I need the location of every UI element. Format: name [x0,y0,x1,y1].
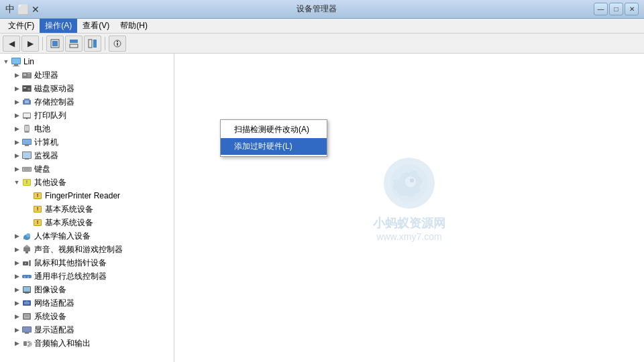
expand-icon[interactable]: ▶ [12,339,21,348]
menu-help[interactable]: 帮助(H) [115,19,153,33]
expand-icon [23,218,32,227]
expand-icon[interactable]: ▼ [12,178,21,187]
list-item[interactable]: ▶ 通用串行总线控制器 [0,269,174,283]
device-icon [21,231,32,241]
toolbar-sep-1 [42,37,43,50]
expand-icon[interactable]: ▶ [12,258,21,267]
item-label: 打印队列 [34,110,66,121]
menu-bar: 文件(F) 操作(A) 查看(V) 帮助(H) [0,19,644,34]
list-item[interactable]: ▶ 鼠标和其他指针设备 [0,256,174,269]
list-item[interactable]: ▶ 电池 [0,122,174,135]
item-label: 基本系统设备 [45,204,93,215]
svg-rect-26 [23,113,30,117]
watermark-text1: 小蚂蚁资源网 [373,215,445,231]
device-icon [21,338,32,349]
svg-rect-62 [22,275,32,278]
root-expand-icon[interactable]: ▼ [1,57,11,66]
expand-icon[interactable]: ▶ [12,111,21,120]
svg-rect-4 [89,40,92,48]
list-item[interactable]: ▶ 监视器 [0,149,174,162]
expand-icon[interactable]: ▶ [12,84,21,93]
expand-icon[interactable]: ▶ [12,285,21,294]
list-item[interactable]: ▶ 显示适配器 [0,323,174,337]
list-item[interactable]: ▶ 键盘 [0,162,174,176]
list-item[interactable]: ▶ 网络适配器 [0,296,174,310]
tree-root[interactable]: ▼ Lin [0,55,174,68]
item-label: 声音、视频和游戏控制器 [34,244,123,255]
list-item[interactable]: ▼ ! 其他设备 [0,176,174,189]
device-icon: ! [32,204,43,215]
device-icon: ! [32,217,43,228]
device-icon [21,324,32,335]
list-item[interactable]: ▶ 音频输入和输出 [0,337,174,350]
svg-rect-8 [117,41,118,42]
svg-rect-36 [25,159,29,160]
list-item[interactable]: ▶ 系统设备 [0,310,174,323]
list-item[interactable]: ▶ 存储控制器 [0,95,174,109]
context-menu-scan[interactable]: 扫描检测硬件改动(A) [221,121,327,138]
expand-icon[interactable]: ▶ [12,124,21,133]
expand-icon[interactable]: ▶ [12,272,21,281]
item-label: FingerPrinter Reader [45,191,120,200]
window-title: 设备管理器 [297,3,337,15]
list-item[interactable]: ▶ 打印队列 [0,109,174,122]
list-item[interactable]: ▶ 图像设备 [0,283,174,296]
expand-icon[interactable]: ▶ [12,231,21,241]
svg-rect-20 [23,87,26,88]
title-bar: 中 ⬜ ✕ 设备管理器 — □ ✕ [0,0,644,19]
list-item[interactable]: ▶ 处理器 [0,68,174,82]
expand-icon[interactable]: ▶ [12,70,21,80]
expand-icon [23,191,32,200]
svg-rect-73 [25,315,29,316]
list-item[interactable]: ! FingerPrinter Reader [0,189,174,202]
forward-button[interactable]: ▶ [21,36,39,52]
main-area: ▼ Lin ▶ 处理器 ▶ 磁盘驱动器 [0,54,644,362]
svg-rect-11 [13,66,19,66]
svg-rect-55 [23,237,24,239]
svg-rect-40 [23,170,30,170]
expand-icon[interactable]: ▶ [12,245,21,254]
minimize-button[interactable]: — [594,3,608,15]
svg-rect-76 [23,327,31,332]
view2-button[interactable] [65,36,83,52]
root-label: Lin [23,57,34,66]
device-icon [21,123,32,134]
svg-rect-5 [93,40,97,48]
maximize-button[interactable]: □ [609,3,623,15]
list-item[interactable]: ▶ 人体学输入设备 [0,229,174,243]
app-icon: 中 [5,3,15,15]
expand-icon[interactable]: ▶ [12,298,21,308]
expand-icon[interactable]: ▶ [12,164,21,174]
list-item[interactable]: ▶ 声音、视频和游戏控制器 [0,243,174,256]
title-bar-left: 中 ⬜ ✕ [5,3,40,15]
expand-icon[interactable]: ▶ [12,137,21,147]
back-button[interactable]: ◀ [3,36,20,52]
svg-rect-30 [25,131,28,132]
list-item[interactable]: ▶ 计算机 [0,135,174,149]
device-icon: ! [32,190,43,201]
item-label: 鼠标和其他指针设备 [34,257,107,269]
expand-icon[interactable]: ▶ [12,151,21,160]
list-item[interactable]: ! 基本系统设备 [0,202,174,216]
menu-file[interactable]: 文件(F) [3,19,40,33]
device-icon [21,244,32,255]
list-item[interactable]: ▶ 磁盘驱动器 [0,82,174,95]
expand-icon[interactable]: ▶ [12,325,21,335]
context-menu-add-legacy[interactable]: 添加过时硬件(L) [221,138,327,155]
item-label: 磁盘驱动器 [34,83,74,95]
device-icon: ! [21,177,32,188]
view3-button[interactable] [84,36,101,52]
svg-rect-61 [29,260,31,266]
expand-icon[interactable]: ▶ [12,97,21,107]
expand-icon[interactable]: ▶ [12,312,21,321]
item-label: 人体学输入设备 [34,231,91,242]
device-tree[interactable]: ▼ Lin ▶ 处理器 ▶ 磁盘驱动器 [0,54,174,362]
menu-action[interactable]: 操作(A) [40,19,77,33]
menu-view[interactable]: 查看(V) [77,19,115,33]
properties-button[interactable] [109,36,126,52]
app-icon2: ⬜ [17,4,29,15]
view1-button[interactable] [46,36,64,52]
item-label: 音频输入和输出 [34,338,91,349]
list-item[interactable]: ! 基本系统设备 [0,216,174,229]
close-button[interactable]: ✕ [625,3,639,15]
